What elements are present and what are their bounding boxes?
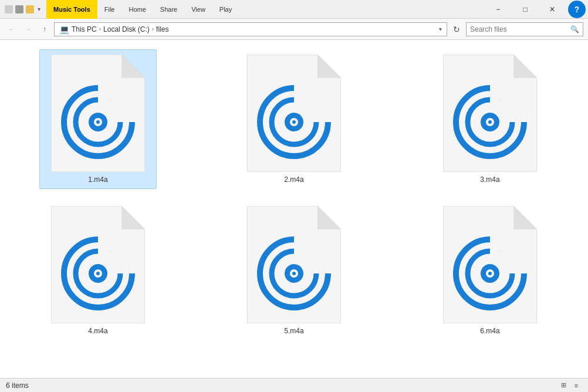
tab-share[interactable]: Share (153, 0, 184, 19)
tab-file[interactable]: File (97, 0, 122, 19)
file-label: 4.m4a (88, 327, 107, 335)
svg-marker-26 (121, 206, 145, 229)
file-label: 6.m4a (480, 327, 499, 335)
file-label: 2.m4a (284, 175, 303, 184)
svg-point-23 (488, 120, 492, 124)
file-item[interactable]: 1.m4a (39, 49, 157, 189)
file-icon (443, 55, 537, 172)
toolbar-chevron: ▾ (36, 6, 42, 12)
path-local-disk: Local Disk (C:) (103, 25, 150, 33)
file-item[interactable]: 5.m4a (235, 201, 353, 340)
forward-button[interactable]: → (21, 22, 35, 36)
tab-view[interactable]: View (184, 0, 212, 19)
address-bar: ← → ↑ 💻 This PC › Local Disk (C:) › file… (0, 19, 588, 40)
file-icon (247, 206, 341, 323)
svg-point-31 (96, 272, 100, 275)
up-button[interactable]: ↑ (38, 22, 52, 36)
title-bar: ▾ Music Tools File Home Share View Play … (0, 0, 588, 19)
path-sep-1: › (99, 26, 101, 32)
file-icon (247, 55, 341, 172)
window-controls: − □ ✕ ? (485, 0, 588, 19)
path-files: files (156, 25, 168, 33)
file-label: 1.m4a (88, 175, 107, 184)
save-icon (15, 5, 23, 13)
search-input[interactable] (470, 25, 570, 33)
svg-marker-2 (121, 55, 145, 78)
ribbon-tabs: Music Tools File Home Share View Play (46, 0, 485, 19)
file-item[interactable]: 4.m4a (39, 201, 157, 340)
tab-music-tools[interactable]: Music Tools (46, 0, 97, 19)
files-grid: 1.m4a 2.m4a (12, 49, 576, 340)
back-button[interactable]: ← (5, 22, 19, 36)
tab-home[interactable]: Home (121, 0, 153, 19)
file-item[interactable]: 2.m4a (235, 49, 353, 189)
svg-marker-10 (317, 55, 341, 78)
svg-marker-18 (513, 55, 537, 78)
search-icon: 🔍 (570, 25, 579, 33)
refresh-button[interactable]: ↻ (450, 22, 464, 36)
maximize-button[interactable]: □ (512, 0, 539, 19)
svg-point-15 (292, 120, 296, 124)
tab-play[interactable]: Play (212, 0, 239, 19)
file-item[interactable]: 3.m4a (431, 49, 549, 189)
file-label: 5.m4a (284, 327, 303, 335)
status-bar: 6 items ⊞ ≡ (0, 378, 588, 392)
large-icons-view-button[interactable]: ⊞ (557, 380, 569, 391)
svg-marker-34 (317, 206, 341, 229)
minimize-button[interactable]: − (485, 0, 512, 19)
file-icon (51, 55, 145, 172)
path-computer-icon: 💻 (59, 25, 69, 34)
path-dropdown-icon[interactable]: ▾ (439, 26, 442, 32)
details-view-button[interactable]: ≡ (570, 380, 582, 391)
svg-marker-42 (513, 206, 537, 229)
help-button[interactable]: ? (568, 1, 586, 18)
svg-point-47 (488, 272, 492, 275)
file-item[interactable]: 6.m4a (431, 201, 549, 340)
svg-point-39 (292, 272, 296, 275)
view-buttons: ⊞ ≡ (557, 380, 582, 391)
file-icon (443, 206, 537, 323)
close-button[interactable]: ✕ (539, 0, 566, 19)
item-count: 6 items (6, 381, 29, 390)
folder-icon (26, 5, 34, 13)
path-this-pc: This PC (72, 25, 97, 33)
path-sep-2: › (152, 26, 154, 32)
title-bar-left: ▾ (0, 5, 46, 13)
search-box[interactable]: 🔍 (466, 22, 583, 36)
quick-access-icon (5, 5, 13, 13)
file-label: 3.m4a (480, 175, 499, 184)
svg-point-7 (96, 120, 100, 124)
main-content: 1.m4a 2.m4a (0, 40, 588, 378)
address-path[interactable]: 💻 This PC › Local Disk (C:) › files ▾ (54, 22, 447, 36)
file-icon (51, 206, 145, 323)
